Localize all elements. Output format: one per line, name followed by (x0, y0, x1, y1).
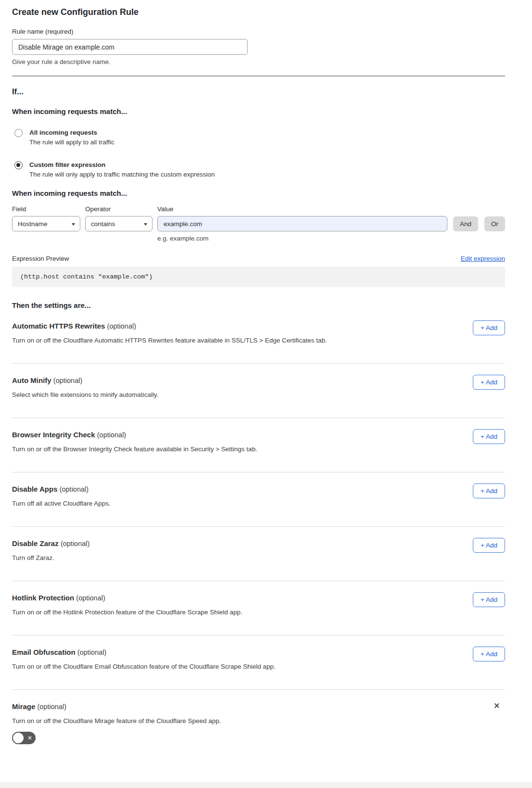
setting-description: Turn on or off the Cloudflare Mirage fea… (12, 717, 426, 724)
setting-name: Email Obfuscation (optional) (12, 648, 505, 657)
optional-tag: (optional) (53, 377, 82, 384)
add-setting-button[interactable]: + Add (473, 592, 505, 607)
operator-select[interactable]: contains ▾ (85, 216, 152, 231)
operator-select-value: contains (91, 220, 115, 228)
then-settings-heading: Then the settings are... (12, 301, 505, 309)
optional-tag: (optional) (97, 431, 126, 439)
rule-name-input[interactable] (12, 39, 248, 55)
radio-option-all-incoming-requests[interactable]: All incoming requests The rule will appl… (12, 128, 505, 146)
add-setting-button[interactable]: + Add (473, 538, 505, 553)
setting-section-mirage: Mirage (optional) ✕ Turn on or off the C… (12, 690, 505, 752)
chevron-down-icon: ▾ (72, 221, 75, 227)
and-button[interactable]: And (453, 216, 478, 231)
edit-expression-link[interactable]: Edit expression (461, 255, 505, 262)
add-setting-button[interactable]: + Add (473, 320, 505, 335)
expression-builder-row: Hostname ▾ contains ▾ And Or (12, 216, 505, 231)
value-input[interactable] (157, 216, 447, 231)
mirage-toggle[interactable]: ✕ (12, 732, 36, 744)
expression-preview-code: (http.host contains "example.com") (12, 267, 505, 287)
operator-label: Operator (85, 205, 157, 213)
setting-section: Hotlink Protection (optional) Turn on or… (12, 581, 505, 635)
setting-description: Turn off Zaraz. (12, 554, 426, 561)
setting-section: Browser Integrity Check (optional) Turn … (12, 418, 505, 472)
page-title: Create new Configuration Rule (12, 7, 505, 17)
setting-name: Disable Zaraz (optional) (12, 539, 505, 548)
or-button[interactable]: Or (484, 216, 505, 231)
optional-tag: (optional) (77, 648, 106, 656)
setting-name: Mirage (optional) (12, 702, 505, 712)
expression-preview-label: Expression Preview (12, 255, 69, 262)
if-heading: If... (12, 87, 505, 96)
toggle-off-icon: ✕ (27, 735, 32, 741)
expression-preview-row: Expression Preview Edit expression (12, 255, 505, 262)
setting-section: Disable Apps (optional) Turn off all act… (12, 472, 505, 527)
add-setting-button[interactable]: + Add (473, 375, 505, 390)
optional-tag: (optional) (38, 703, 66, 711)
radio-description: The rule will apply to all traffic (29, 139, 114, 146)
setting-name: Browser Integrity Check (optional) (12, 430, 505, 440)
create-configuration-rule-page: Create new Configuration Rule Rule name … (0, 0, 532, 752)
rule-name-label: Rule name (required) (12, 28, 505, 35)
optional-tag: (optional) (60, 485, 89, 493)
setting-name: Hotlink Protection (optional) (12, 593, 505, 603)
radio-label: Custom filter expression (29, 161, 215, 169)
radio-button[interactable] (14, 129, 23, 137)
add-setting-button[interactable]: + Add (473, 483, 505, 498)
setting-description: Turn on or off the Browser Integrity Che… (12, 445, 426, 453)
field-select[interactable]: Hostname ▾ (12, 216, 80, 231)
expression-builder-labels: Field Operator Value (12, 205, 505, 213)
optional-tag: (optional) (61, 540, 89, 547)
setting-section: Email Obfuscation (optional) Turn on or … (12, 635, 505, 690)
setting-name: Automatic HTTPS Rewrites (optional) (12, 321, 505, 331)
radio-description: The rule will only apply to traffic matc… (29, 171, 215, 178)
add-setting-button[interactable]: + Add (473, 647, 505, 661)
radio-label: All incoming requests (29, 128, 114, 137)
setting-description: Turn on or off the Cloudflare Automatic … (12, 337, 426, 344)
setting-description: Select which file extensions to minify a… (12, 391, 426, 398)
setting-section: Disable Zaraz (optional) Turn off Zaraz.… (12, 527, 505, 581)
setting-description: Turn off all active Cloudflare Apps. (12, 500, 426, 507)
settings-list: Automatic HTTPS Rewrites (optional) Turn… (12, 309, 505, 690)
setting-section: Automatic HTTPS Rewrites (optional) Turn… (12, 309, 505, 364)
radio-button[interactable] (14, 161, 23, 169)
rule-name-help: Give your rule a descriptive name. (12, 58, 505, 65)
expression-builder-heading: When incoming requests match... (12, 189, 505, 197)
setting-description: Turn on or off the Hotlink Protection fe… (12, 609, 426, 616)
setting-section: Auto Minify (optional) Select which file… (12, 364, 505, 418)
toggle-knob (13, 733, 24, 743)
chevron-down-icon: ▾ (144, 221, 147, 227)
field-select-value: Hostname (18, 220, 48, 228)
setting-name: Auto Minify (optional) (12, 376, 505, 385)
incoming-requests-match-heading: When incoming requests match... (12, 107, 505, 115)
field-label: Field (12, 205, 85, 213)
next-section-edge (0, 782, 532, 788)
add-setting-button[interactable]: + Add (473, 429, 505, 444)
optional-tag: (optional) (76, 594, 105, 602)
value-label: Value (157, 205, 505, 213)
setting-name: Disable Apps (optional) (12, 484, 505, 494)
setting-description: Turn on or off the Cloudflare Email Obfu… (12, 663, 426, 670)
radio-option-custom-filter-expression[interactable]: Custom filter expression The rule will o… (12, 161, 505, 178)
value-help-text: e.g. example.com (157, 235, 505, 242)
close-icon[interactable]: ✕ (494, 702, 500, 710)
section-divider (12, 76, 505, 76)
optional-tag: (optional) (107, 322, 136, 330)
